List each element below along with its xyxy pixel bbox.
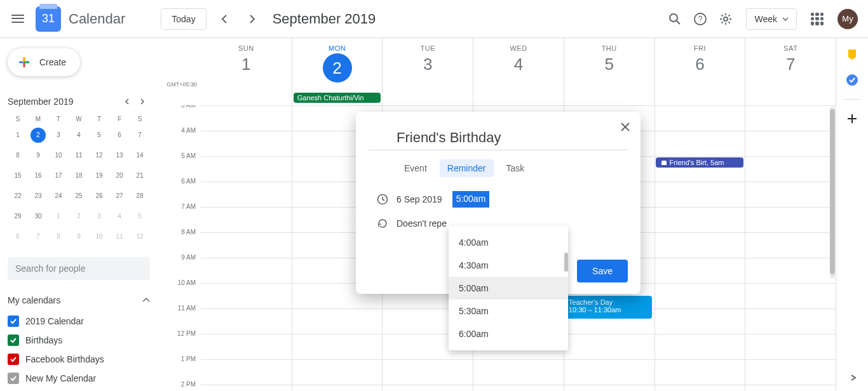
save-button[interactable]: Save [577, 260, 628, 282]
mini-day[interactable]: 17 [51, 168, 66, 183]
tasks-icon[interactable] [846, 74, 858, 86]
view-button[interactable]: Week [746, 8, 797, 30]
calendar-checkbox[interactable] [8, 373, 19, 384]
mini-day[interactable]: 1 [51, 209, 66, 224]
mini-day[interactable]: 7 [31, 229, 46, 244]
dropdown-item[interactable]: 6:00am [449, 322, 568, 345]
mini-day[interactable]: 11 [112, 229, 127, 244]
create-button[interactable]: Create [8, 48, 80, 76]
calendar-item[interactable]: 2019 Calendar [8, 312, 150, 331]
mini-day[interactable]: 10 [51, 148, 66, 163]
mini-day[interactable]: 25 [71, 189, 86, 204]
dropdown-item[interactable]: 4:00am [449, 231, 568, 254]
day-header[interactable]: TUE 3 [382, 38, 473, 93]
tab-task[interactable]: Task [499, 159, 532, 177]
mini-day[interactable]: 28 [132, 189, 147, 204]
mini-day[interactable]: 23 [31, 189, 46, 204]
popup-title[interactable]: Friend's Birthday [369, 124, 628, 150]
mini-day[interactable]: 13 [112, 148, 127, 163]
settings-icon[interactable] [713, 6, 738, 32]
day-header[interactable]: THU 5 [564, 38, 654, 93]
mini-day[interactable]: 21 [132, 168, 147, 183]
next-arrow[interactable] [242, 9, 262, 29]
mini-day[interactable]: 30 [31, 209, 46, 224]
help-icon[interactable]: ? [688, 6, 713, 32]
event-time: 10:30 – 11:30am [569, 306, 648, 314]
mini-prev[interactable] [119, 94, 135, 109]
mini-day[interactable]: 15 [10, 168, 25, 183]
mini-day[interactable]: 3 [51, 128, 66, 143]
today-button[interactable]: Today [161, 8, 206, 30]
mini-day[interactable]: 2 [71, 209, 86, 224]
calendar-item[interactable]: Birthdays [8, 331, 150, 350]
mini-day[interactable]: 24 [51, 189, 66, 204]
calendar-item[interactable]: Facebook Birthdays [8, 350, 150, 369]
mini-day[interactable]: 26 [92, 189, 107, 204]
mini-day[interactable]: 9 [31, 148, 46, 163]
mini-day[interactable]: 8 [10, 148, 25, 163]
mini-day[interactable]: 12 [92, 148, 107, 163]
mini-day[interactable]: 16 [31, 168, 46, 183]
allday-event[interactable]: Ganesh Chaturthi/Vin [294, 93, 381, 103]
popup-date[interactable]: 6 Sep 2019 [397, 194, 442, 204]
keep-icon[interactable] [846, 48, 858, 61]
mini-next[interactable] [135, 94, 150, 109]
mini-day[interactable]: 6 [112, 128, 127, 143]
mini-day[interactable]: 27 [112, 189, 127, 204]
mini-day[interactable]: 10 [92, 229, 107, 244]
mini-day[interactable]: 29 [10, 209, 25, 224]
tab-event[interactable]: Event [397, 159, 435, 177]
calendar-item[interactable]: Reminders [8, 388, 150, 391]
mini-day[interactable]: 8 [51, 229, 66, 244]
mini-day[interactable]: 7 [132, 128, 147, 143]
day-header[interactable]: MON 2 [292, 38, 383, 93]
menu-icon[interactable] [10, 11, 25, 27]
calendar-checkbox[interactable] [8, 335, 19, 346]
day-header[interactable]: WED 4 [473, 38, 564, 93]
avatar[interactable]: My [837, 9, 858, 29]
mini-day[interactable]: 12 [132, 229, 147, 244]
search-icon[interactable] [662, 6, 688, 32]
calendar-item[interactable]: New My Calendar [8, 369, 150, 388]
grid-scrollbar[interactable] [830, 107, 835, 278]
prev-arrow[interactable] [214, 9, 234, 29]
mini-day[interactable]: 4 [71, 128, 86, 143]
calendar-checkbox[interactable] [8, 354, 19, 365]
mini-day[interactable]: 9 [71, 229, 86, 244]
mini-day[interactable]: 20 [112, 168, 127, 183]
mini-day[interactable]: 6 [10, 229, 25, 244]
mini-day[interactable]: 22 [10, 189, 25, 204]
mycals-heading[interactable]: My calendars [8, 295, 150, 305]
dropdown-item[interactable]: 5:00am [449, 277, 568, 300]
hour-row[interactable] [201, 359, 836, 385]
dropdown-item[interactable]: 4:30am [449, 254, 568, 277]
mini-day[interactable]: 5 [132, 209, 147, 224]
mini-day[interactable]: 11 [71, 148, 86, 163]
dropdown-scrollbar[interactable] [564, 253, 568, 272]
mini-day[interactable]: 1 [10, 128, 25, 143]
mini-day[interactable]: 3 [92, 209, 107, 224]
day-header[interactable]: SAT 7 [745, 38, 836, 93]
mini-day[interactable]: 14 [132, 148, 147, 163]
mini-day[interactable]: 5 [92, 128, 107, 143]
mini-day[interactable]: 2 [31, 128, 46, 143]
tab-reminder[interactable]: Reminder [440, 159, 494, 177]
mini-day[interactable]: 18 [71, 168, 86, 183]
popup-repeat[interactable]: Doesn't repe [397, 218, 447, 229]
day-header[interactable]: SUN 1 [201, 38, 292, 93]
reminder-chip[interactable]: Friend's Birt, 5am [656, 157, 744, 168]
calendar-checkbox[interactable] [8, 315, 19, 327]
search-people-input[interactable]: Search for people [8, 257, 150, 280]
mini-day[interactable]: 19 [92, 168, 107, 183]
popup-time-input[interactable]: 5:00am [452, 191, 490, 208]
add-addon-icon[interactable] [846, 112, 858, 125]
mini-day[interactable]: 4 [112, 209, 127, 224]
hour-row[interactable] [201, 385, 836, 391]
show-side-panel[interactable] [850, 373, 858, 383]
event-block[interactable]: Teacher's Day 10:30 – 11:30am [565, 296, 652, 319]
day-header[interactable]: FRI 6 [654, 38, 745, 93]
clock-icon [369, 194, 397, 205]
close-icon[interactable] [618, 119, 633, 135]
dropdown-item[interactable]: 5:30am [449, 300, 568, 322]
apps-icon[interactable] [804, 6, 830, 32]
